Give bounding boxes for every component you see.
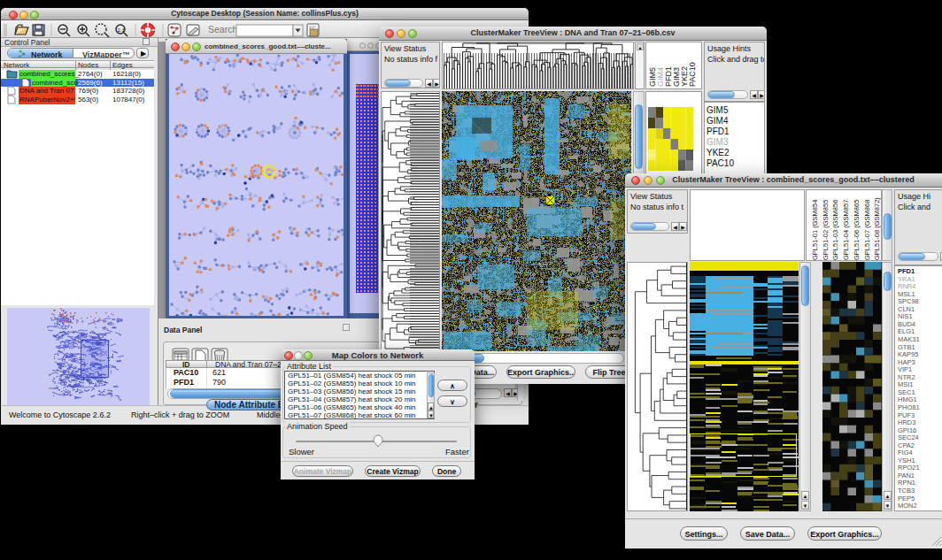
svg-text:Search:: Search: — [208, 24, 240, 35]
svg-text:1:1: 1:1 — [118, 27, 126, 33]
